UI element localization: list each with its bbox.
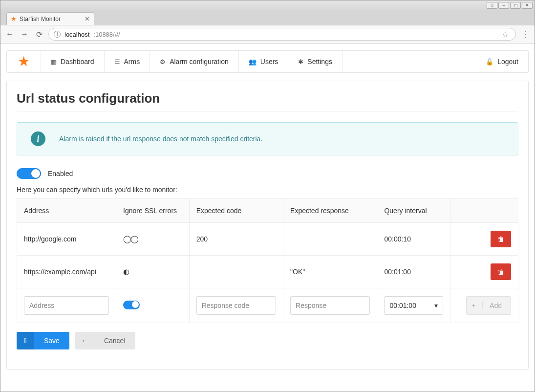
- chevron-down-icon: ▾: [434, 302, 438, 309]
- header-expected-response: Expected response: [283, 199, 377, 223]
- info-text: Alarm is raised if the url response does…: [59, 135, 262, 143]
- app-nav: ★ ▦ Dashboard ☰ Arms ⚙ Alarm configurati…: [6, 50, 529, 73]
- page-title: Url status configuration: [17, 91, 518, 111]
- nav-settings[interactable]: ✱ Settings: [288, 51, 342, 72]
- response-input[interactable]: Response: [290, 296, 370, 315]
- browser-tab-title: Starfish Monitor: [20, 16, 61, 22]
- star-icon: ★: [11, 15, 17, 22]
- header-ignore-ssl: Ignore SSL errors: [116, 199, 190, 223]
- page-area: ★ ▦ Dashboard ☰ Arms ⚙ Alarm configurati…: [0, 44, 535, 392]
- enabled-row: Enabled: [17, 168, 518, 179]
- url-host: localhost: [64, 31, 89, 38]
- url-table: Address Ignore SSL errors Expected code …: [17, 198, 518, 323]
- header-address: Address: [17, 199, 116, 223]
- save-button[interactable]: ⇩ Save: [17, 332, 69, 349]
- browser-tabstrip: ★ Starfish Monitor ✕: [0, 10, 535, 25]
- interval-select[interactable]: 00:01:00▾: [384, 296, 443, 315]
- nav-label: Arms: [124, 58, 140, 65]
- reload-button[interactable]: ⟳: [34, 30, 44, 39]
- bookmark-star-icon[interactable]: ☆: [500, 30, 511, 39]
- trash-icon: 🗑: [497, 235, 504, 243]
- main-panel: Url status configuration i Alarm is rais…: [6, 81, 529, 370]
- settings-icon: ✱: [298, 58, 303, 65]
- url-path: :10888/#/: [93, 31, 120, 38]
- os-titlebar: ☃ – ◻ ✕: [0, 0, 535, 10]
- users-icon: 👥: [249, 58, 257, 65]
- alarm-config-icon: ⚙: [160, 58, 166, 65]
- response-placeholder: Response: [296, 302, 326, 309]
- cell-ignore-ssl: ◐: [116, 256, 190, 288]
- info-icon: i: [31, 131, 45, 146]
- trash-icon: 🗑: [497, 268, 504, 276]
- cell-expected-code: [189, 256, 283, 288]
- nav-label: Alarm configuration: [170, 58, 229, 65]
- nav-users[interactable]: 👥 Users: [239, 51, 289, 72]
- plus-icon: +: [471, 302, 483, 309]
- star-icon: ★: [18, 55, 30, 68]
- cell-expected-response: [283, 223, 377, 256]
- save-label: Save: [34, 337, 69, 345]
- arrow-left-icon: ←: [75, 332, 94, 349]
- nav-label: Settings: [307, 58, 332, 65]
- interval-value: 00:01:00: [389, 302, 416, 309]
- nav-spacer: [342, 51, 476, 72]
- nav-label: Users: [260, 58, 278, 65]
- cell-address: https://example.com/api: [17, 256, 116, 288]
- add-label: Add: [490, 302, 502, 309]
- cell-address: http://google.com: [17, 223, 116, 256]
- cell-expected-response: "OK": [283, 256, 377, 288]
- ssl-off-icon: ◯◯: [123, 235, 138, 243]
- unlock-icon: 🔓: [486, 58, 493, 65]
- nav-alarm-configuration[interactable]: ⚙ Alarm configuration: [150, 51, 239, 72]
- header-expected-code: Expected code: [189, 199, 283, 223]
- browser-tab[interactable]: ★ Starfish Monitor ✕: [6, 12, 94, 25]
- os-user-icon[interactable]: ☃: [487, 2, 497, 9]
- forward-button[interactable]: →: [19, 30, 30, 39]
- button-bar: ⇩ Save ← Cancel: [17, 332, 518, 349]
- download-icon: ⇩: [17, 332, 34, 349]
- add-button[interactable]: + Add: [466, 296, 511, 315]
- os-window: ☃ – ◻ ✕ ★ Starfish Monitor ✕ ← → ⟳ i loc…: [0, 0, 535, 392]
- nav-logout[interactable]: 🔓 Logout: [476, 51, 528, 72]
- table-header-row: Address Ignore SSL errors Expected code …: [17, 199, 518, 223]
- info-icon: i: [54, 31, 61, 38]
- os-maximize-button[interactable]: ◻: [510, 2, 521, 9]
- delete-button[interactable]: 🗑: [491, 231, 511, 247]
- delete-button[interactable]: 🗑: [491, 263, 511, 280]
- dashboard-icon: ▦: [51, 58, 57, 65]
- address-input[interactable]: Address: [24, 296, 109, 315]
- cell-query-interval: 00:01:00: [377, 256, 450, 288]
- cell-ignore-ssl: ◯◯: [116, 223, 190, 256]
- code-placeholder: Response code: [202, 302, 249, 309]
- address-placeholder: Address: [29, 302, 54, 309]
- arms-icon: ☰: [114, 58, 120, 65]
- nav-dashboard[interactable]: ▦ Dashboard: [41, 51, 105, 72]
- cell-query-interval: 00:00:10: [377, 223, 450, 256]
- browser-toolbar: ← → ⟳ i localhost:10888/#/ ☆ ⋮: [0, 25, 535, 44]
- back-button[interactable]: ←: [4, 30, 15, 39]
- table-row: http://google.com ◯◯ 200 00:00:10 🗑: [17, 223, 518, 256]
- ignore-ssl-toggle[interactable]: [123, 301, 140, 309]
- cancel-button[interactable]: ← Cancel: [75, 332, 135, 349]
- ssl-on-icon: ◐: [123, 267, 128, 276]
- description-text: Here you can specify which urls you'd li…: [17, 186, 518, 194]
- header-query-interval: Query interval: [377, 199, 450, 223]
- url-bar[interactable]: i localhost:10888/#/ ☆: [48, 28, 516, 41]
- cancel-label: Cancel: [94, 337, 135, 345]
- cell-expected-code: 200: [189, 223, 283, 256]
- response-code-input[interactable]: Response code: [196, 296, 276, 315]
- table-new-row: Address Response code Response 00:01:00▾…: [17, 288, 518, 323]
- table-row: https://example.com/api ◐ "OK" 00:01:00 …: [17, 256, 518, 288]
- header-actions: [450, 199, 518, 223]
- os-close-button[interactable]: ✕: [522, 2, 533, 9]
- brand-logo[interactable]: ★: [7, 51, 41, 72]
- os-minimize-button[interactable]: –: [498, 2, 509, 9]
- nav-arms[interactable]: ☰ Arms: [105, 51, 150, 72]
- nav-label: Dashboard: [61, 58, 94, 65]
- info-banner: i Alarm is raised if the url response do…: [17, 122, 518, 155]
- enabled-toggle[interactable]: [17, 168, 41, 179]
- enabled-label: Enabled: [48, 170, 73, 177]
- browser-menu-icon[interactable]: ⋮: [520, 30, 531, 39]
- nav-label: Logout: [497, 58, 518, 65]
- tab-close-icon[interactable]: ✕: [85, 15, 90, 22]
